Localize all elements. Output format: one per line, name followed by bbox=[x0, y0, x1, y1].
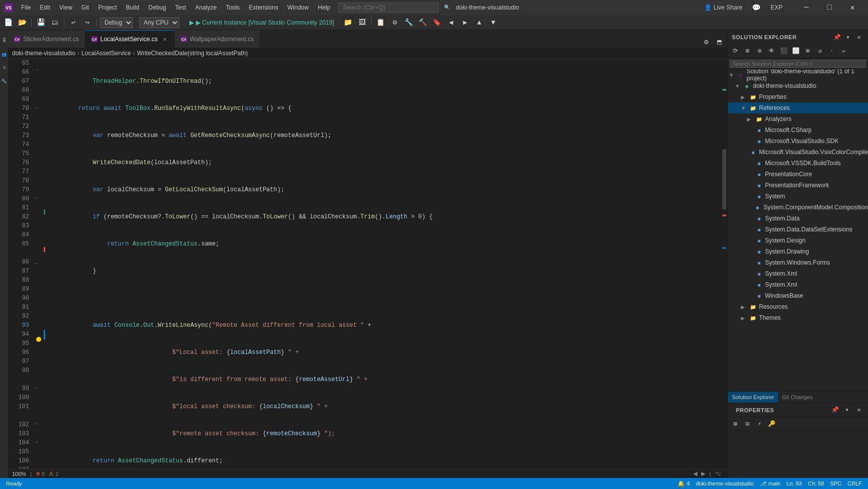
tab-sticker-adornment[interactable]: C# StickerAdornment.cs bbox=[8, 30, 85, 48]
config-icon[interactable]: ⚙ bbox=[389, 17, 401, 29]
menu-extensions[interactable]: Extensions bbox=[245, 2, 282, 13]
scrollbar-thumb[interactable] bbox=[722, 149, 726, 209]
breadcrumb-file[interactable]: LocalAssetService bbox=[81, 50, 131, 57]
menu-build[interactable]: Build bbox=[122, 2, 144, 13]
live-share-button[interactable]: 👤 Live Share bbox=[700, 3, 746, 12]
tree-ref-presentation-framework[interactable]: ■ PresentationFramework bbox=[728, 180, 868, 191]
close-button[interactable]: ✕ bbox=[841, 0, 864, 15]
props-btn-1[interactable]: ⊞ bbox=[730, 419, 741, 430]
title-search-input[interactable] bbox=[338, 3, 439, 13]
menu-git[interactable]: Git bbox=[77, 2, 93, 13]
collapse-80[interactable]: − bbox=[35, 194, 40, 199]
se-filter-icon[interactable]: ⊞ bbox=[742, 46, 753, 57]
tree-ref-microsoft-csharp[interactable]: ■ Microsoft.CSharp bbox=[728, 125, 868, 136]
se-settings-icon[interactable]: ⚙ bbox=[754, 46, 765, 57]
menu-test[interactable]: Test bbox=[171, 2, 190, 13]
tree-ref-windows-base[interactable]: ■ WindowsBase bbox=[728, 290, 868, 301]
se-pin-icon[interactable]: 📌 bbox=[832, 32, 842, 42]
platform-dropdown[interactable]: Any CPU bbox=[139, 17, 179, 28]
tree-analyzers[interactable]: ▶ 📁 Analyzers bbox=[728, 113, 868, 125]
props-btn-2[interactable]: ⊟ bbox=[742, 419, 753, 430]
tree-project[interactable]: ▼ ◈ doki-theme-visualstudio bbox=[728, 80, 868, 91]
tree-ref-sys-data-ext[interactable]: ■ System.Data.DataSetExtensions bbox=[728, 224, 868, 235]
collapse-70[interactable]: − bbox=[35, 104, 40, 109]
open-folder-icon[interactable]: 📁 bbox=[342, 17, 354, 29]
nav-forward-icon[interactable]: ▶ bbox=[459, 17, 471, 29]
run-button[interactable]: ▶ ▶ Current Instance [Visual Studio Comm… bbox=[185, 18, 338, 27]
menu-window[interactable]: Window bbox=[283, 2, 313, 13]
tree-ref-sys-design[interactable]: ■ System.Design bbox=[728, 235, 868, 246]
sidebar-tools[interactable]: 🔧 bbox=[1, 75, 8, 86]
zoom-level[interactable]: 100% bbox=[12, 471, 26, 477]
sidebar-team[interactable]: 👥 bbox=[1, 49, 8, 60]
se-dropdown-icon[interactable]: ▾ bbox=[843, 32, 853, 42]
nav-toggle-2[interactable]: ⌥ bbox=[715, 470, 721, 477]
save-icon[interactable]: 💾 bbox=[35, 17, 47, 29]
tab-close-local[interactable]: ✕ bbox=[161, 35, 169, 43]
bookmark-icon[interactable]: 🔖 bbox=[431, 17, 443, 29]
se-dotnet-icon[interactable]: · bbox=[826, 46, 837, 57]
nav-up-icon[interactable]: ▲ bbox=[473, 17, 485, 29]
exp-button[interactable]: EXP bbox=[767, 3, 787, 12]
tree-ref-vs-sdk[interactable]: ■ Microsoft.VisualStudio.SDK bbox=[728, 136, 868, 147]
collapse-99[interactable]: − bbox=[35, 384, 38, 391]
tool1-icon[interactable]: 🔧 bbox=[403, 17, 415, 29]
tree-ref-sys-xml-1[interactable]: ■ System.Xml bbox=[728, 268, 868, 279]
open-icon[interactable]: 📂 bbox=[16, 17, 28, 29]
menu-tools[interactable]: Tools bbox=[222, 2, 244, 13]
menu-debug[interactable]: Debug bbox=[144, 2, 170, 13]
tree-solution-root[interactable]: ▼ ◈ Solution 'doki-theme-visualstudio' (… bbox=[728, 69, 868, 80]
image-icon[interactable]: 🖼 bbox=[356, 17, 368, 29]
props-dropdown-icon[interactable]: ▾ bbox=[842, 405, 852, 415]
save-all-icon[interactable]: 🗂 bbox=[49, 17, 61, 29]
collapse-66[interactable]: − bbox=[35, 68, 40, 73]
props-btn-3[interactable]: ⚡ bbox=[754, 419, 765, 430]
status-project[interactable]: doki-theme-visualstudio bbox=[694, 480, 756, 487]
se-expand-icon[interactable]: ⬛ bbox=[778, 46, 789, 57]
tab-action-settings[interactable]: ⚙ bbox=[700, 36, 712, 48]
warning-count[interactable]: ⚠ 2 bbox=[49, 470, 58, 477]
collapse-86[interactable]: − bbox=[35, 260, 40, 265]
se-tab-solution-explorer[interactable]: Solution Explorer bbox=[728, 392, 778, 403]
vertical-scrollbar[interactable] bbox=[720, 59, 727, 469]
sidebar-properties[interactable]: ⊞ bbox=[1, 63, 8, 72]
breadcrumb-method[interactable]: WriteCheckedDate(string localAssetPath) bbox=[137, 50, 248, 57]
tree-resources[interactable]: ▶ 📁 Resources bbox=[728, 301, 868, 312]
tree-ref-sys-drawing[interactable]: ■ System.Drawing bbox=[728, 246, 868, 257]
se-search-input[interactable] bbox=[730, 60, 866, 68]
redo-icon[interactable]: ↪ bbox=[81, 17, 93, 29]
menu-analyze[interactable]: Analyze bbox=[191, 2, 221, 13]
se-collapse-icon[interactable]: ⬜ bbox=[790, 46, 801, 57]
status-spc[interactable]: SPC bbox=[828, 480, 844, 487]
collapse-105[interactable]: − bbox=[35, 438, 38, 445]
tree-properties[interactable]: ▶ 📁 Properties bbox=[728, 91, 868, 102]
tree-ref-sys-composition[interactable]: ■ System.ComponentModel.Composition bbox=[728, 202, 868, 213]
restore-button[interactable]: □ bbox=[818, 0, 841, 15]
tree-ref-vs-vsix[interactable]: ■ Microsoft.VisualStudio.VsixColorCompil… bbox=[728, 147, 868, 158]
nav-back[interactable]: ◀ bbox=[693, 470, 697, 477]
status-position[interactable]: Ln: 93 bbox=[785, 480, 804, 487]
breadcrumb-project[interactable]: doki-theme-visualstudio bbox=[12, 50, 75, 57]
tree-ref-sys-winforms[interactable]: ■ System.Windows.Forms bbox=[728, 257, 868, 268]
tree-themes[interactable]: ▶ 📁 Themes bbox=[728, 312, 868, 323]
menu-project[interactable]: Project bbox=[94, 2, 121, 13]
se-show-all-icon[interactable]: ⊞ bbox=[802, 46, 813, 57]
new-file-icon[interactable]: 📋 bbox=[375, 17, 387, 29]
status-crlf[interactable]: CRLF bbox=[845, 480, 864, 487]
nav-down-icon[interactable]: ▼ bbox=[487, 17, 499, 29]
nav-toggle-1[interactable]: | bbox=[709, 471, 711, 477]
se-sync-icon[interactable]: ⟳ bbox=[730, 46, 741, 57]
tree-ref-sys-data[interactable]: ■ System.Data bbox=[728, 213, 868, 224]
status-ready[interactable]: Ready bbox=[4, 480, 24, 486]
feedback-icon[interactable]: 💬 bbox=[750, 2, 763, 14]
se-refresh-icon[interactable]: ↺ bbox=[814, 46, 825, 57]
tree-references[interactable]: ▼ 📁 References bbox=[728, 102, 868, 113]
tree-ref-vssdk-buildtools[interactable]: ■ Microsoft.VSSDK.BuildTools bbox=[728, 158, 868, 169]
collapse-102[interactable]: − bbox=[35, 420, 38, 427]
tree-ref-sys-xml-2[interactable]: ■ System.Xml bbox=[728, 279, 868, 290]
undo-icon[interactable]: ↩ bbox=[67, 17, 79, 29]
tab-local-asset-service[interactable]: C# LocalAssetService.cs ✕ bbox=[85, 30, 175, 48]
menu-help[interactable]: Help bbox=[314, 2, 335, 13]
props-btn-4[interactable]: 🔑 bbox=[766, 419, 777, 430]
tool2-icon[interactable]: 🔨 bbox=[417, 17, 429, 29]
